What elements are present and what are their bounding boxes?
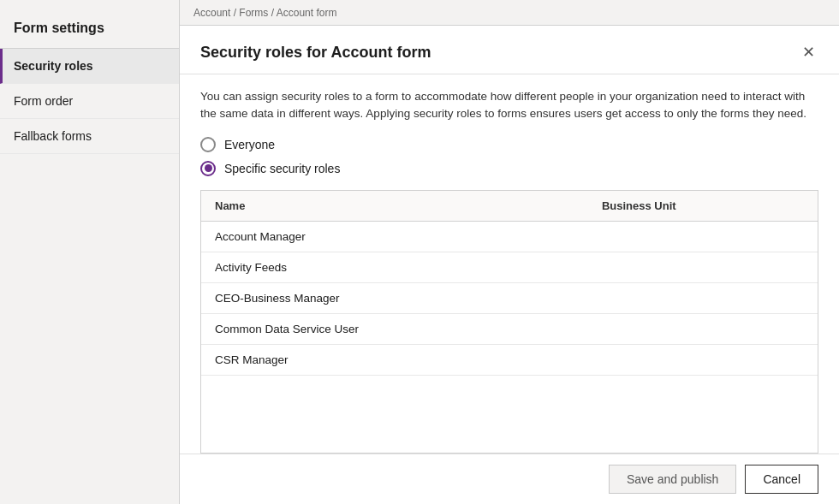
table-header-row: Name Business Unit	[201, 191, 818, 222]
description-text: You can assign security roles to a form …	[200, 88, 818, 123]
dialog-body: You can assign security roles to a form …	[180, 74, 839, 454]
sidebar: Form settings Security roles Form order …	[0, 0, 180, 504]
cell-name: Account Manager	[201, 221, 588, 252]
close-button[interactable]: ✕	[799, 41, 818, 63]
top-bar: Account / Forms / Account form	[180, 0, 839, 26]
sidebar-item-form-order[interactable]: Form order	[0, 84, 179, 119]
save-publish-label: Save and publish	[627, 472, 718, 486]
dialog-header: Security roles for Account form ✕	[180, 26, 839, 74]
table-row[interactable]: CSR Manager	[201, 344, 818, 375]
cell-name: CSR Manager	[201, 344, 588, 375]
cell-business-unit	[588, 221, 818, 252]
cancel-label: Cancel	[763, 472, 800, 486]
radio-everyone[interactable]: Everyone	[200, 137, 818, 152]
sidebar-item-label: Form order	[14, 94, 73, 108]
cell-business-unit	[588, 313, 818, 344]
sidebar-item-label: Fallback forms	[14, 129, 92, 143]
roles-table: Name Business Unit Account ManagerActivi…	[201, 191, 818, 376]
cell-name: Activity Feeds	[201, 252, 588, 282]
column-header-business-unit: Business Unit	[588, 191, 818, 222]
table-scroll[interactable]: Name Business Unit Account ManagerActivi…	[201, 191, 818, 454]
dialog-title: Security roles for Account form	[200, 44, 431, 62]
radio-specific[interactable]: Specific security roles	[200, 161, 818, 176]
dialog-footer: Save and publish Cancel	[180, 454, 839, 504]
table-row[interactable]: Activity Feeds	[201, 252, 818, 282]
save-publish-button[interactable]: Save and publish	[609, 465, 736, 494]
radio-group: Everyone Specific security roles	[200, 137, 818, 176]
breadcrumb: Account / Forms / Account form	[193, 7, 336, 19]
table-row[interactable]: Common Data Service User	[201, 313, 818, 344]
cell-business-unit	[588, 252, 818, 282]
close-icon: ✕	[802, 44, 815, 60]
radio-label-everyone: Everyone	[224, 138, 275, 151]
radio-circle-specific	[200, 161, 216, 176]
main-content: Account / Forms / Account form Security …	[180, 0, 839, 504]
cancel-button[interactable]: Cancel	[745, 465, 818, 494]
sidebar-item-security-roles[interactable]: Security roles	[0, 49, 179, 84]
sidebar-item-label: Security roles	[14, 59, 93, 73]
roles-table-container: Name Business Unit Account ManagerActivi…	[200, 190, 818, 454]
sidebar-item-fallback-forms[interactable]: Fallback forms	[0, 119, 179, 154]
table-row[interactable]: Account Manager	[201, 221, 818, 252]
cell-business-unit	[588, 282, 818, 313]
cell-name: CEO-Business Manager	[201, 282, 588, 313]
dialog: Security roles for Account form ✕ You ca…	[180, 26, 839, 504]
sidebar-title: Form settings	[0, 9, 179, 49]
radio-circle-everyone	[200, 137, 216, 152]
table-row[interactable]: CEO-Business Manager	[201, 282, 818, 313]
cell-business-unit	[588, 344, 818, 375]
cell-name: Common Data Service User	[201, 313, 588, 344]
radio-label-specific: Specific security roles	[224, 162, 340, 175]
column-header-name: Name	[201, 191, 588, 222]
